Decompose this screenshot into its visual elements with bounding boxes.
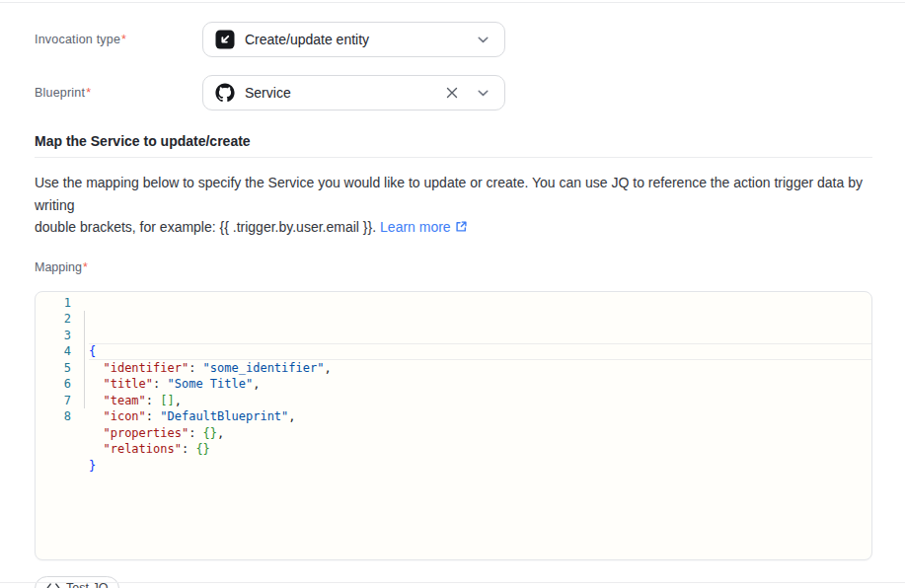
mapping-label-text: Mapping bbox=[35, 260, 82, 274]
line-number: 5 bbox=[36, 360, 71, 377]
line-number: 4 bbox=[36, 343, 71, 360]
code-lines: { "identifier": "some_identifier", "titl… bbox=[89, 343, 871, 474]
code-token-key: "relations" bbox=[103, 442, 181, 456]
code-token-pl: , bbox=[175, 394, 182, 407]
create-update-entity-icon bbox=[215, 30, 235, 49]
code-line[interactable]: "team": [], bbox=[89, 393, 871, 409]
code-token-b1: { bbox=[89, 344, 96, 358]
code-token-key: "properties" bbox=[103, 426, 189, 440]
code-token-pl: : bbox=[189, 361, 202, 375]
invocation-type-label: Invocation type* bbox=[35, 33, 202, 46]
github-icon bbox=[215, 83, 235, 103]
editor-code-area[interactable]: { "identifier": "some_identifier", "titl… bbox=[71, 295, 871, 559]
code-token-b2: {} bbox=[203, 426, 217, 440]
required-asterisk: * bbox=[121, 33, 126, 46]
code-line[interactable]: } bbox=[89, 458, 871, 475]
mapping-code-editor[interactable]: 12345678 { "identifier": "some_identifie… bbox=[35, 291, 872, 560]
code-token-key: "identifier" bbox=[103, 361, 189, 375]
chevron-down-icon[interactable] bbox=[476, 88, 490, 99]
code-line[interactable]: "relations": {} bbox=[89, 441, 871, 458]
section-description: Use the mapping below to specify the Ser… bbox=[35, 172, 872, 239]
editor-gutter: 12345678 bbox=[36, 295, 71, 559]
line-number: 6 bbox=[36, 376, 71, 393]
external-link-icon bbox=[455, 217, 468, 240]
code-line[interactable]: "properties": {}, bbox=[89, 425, 871, 442]
invocation-type-select[interactable]: Create/update entity bbox=[202, 22, 505, 57]
line-number: 7 bbox=[36, 393, 71, 409]
code-token-str: "some_identifier" bbox=[203, 361, 325, 375]
code-token-key: "title" bbox=[103, 377, 153, 391]
mapping-label: Mapping* bbox=[35, 260, 872, 274]
bottom-divider bbox=[0, 582, 905, 583]
blueprint-row: Blueprint* Service bbox=[35, 75, 872, 110]
code-token-pl: : bbox=[189, 426, 202, 440]
top-divider bbox=[0, 2, 905, 3]
invocation-type-value: Create/update entity bbox=[245, 32, 466, 47]
code-token-pl: : bbox=[146, 394, 160, 407]
code-token-pl: : bbox=[182, 442, 195, 456]
code-token-key: "team" bbox=[103, 394, 145, 407]
section-divider bbox=[35, 157, 872, 158]
chevron-down-icon[interactable] bbox=[476, 35, 490, 45]
line-number: 1 bbox=[36, 295, 71, 312]
code-token-pl bbox=[89, 442, 103, 456]
code-token-str: "Some Title" bbox=[167, 377, 253, 391]
code-token-pl bbox=[89, 409, 103, 423]
line-number: 3 bbox=[36, 328, 71, 344]
section-heading: Map the Service to update/create bbox=[35, 133, 872, 149]
form-content: Invocation type* Create/update entity Bl… bbox=[0, 22, 905, 588]
action-form-page: Invocation type* Create/update entity Bl… bbox=[0, 0, 905, 588]
blueprint-label: Blueprint* bbox=[35, 86, 202, 100]
code-token-pl bbox=[89, 426, 103, 440]
code-token-pl: , bbox=[288, 409, 295, 423]
code-token-pl: , bbox=[324, 361, 331, 375]
code-token-pl: , bbox=[253, 377, 260, 391]
clear-x-icon[interactable] bbox=[444, 85, 460, 101]
code-token-pl: : bbox=[153, 377, 167, 391]
code-token-str: "DefaultBlueprint" bbox=[160, 409, 288, 423]
blueprint-value: Service bbox=[245, 85, 434, 101]
invocation-type-label-text: Invocation type bbox=[35, 33, 120, 46]
required-asterisk: * bbox=[83, 260, 88, 274]
code-brackets-icon bbox=[46, 583, 60, 588]
blueprint-select[interactable]: Service bbox=[202, 75, 505, 110]
learn-more-link[interactable]: Learn more bbox=[380, 216, 468, 239]
code-token-pl: , bbox=[217, 426, 224, 440]
code-token-pl: : bbox=[146, 409, 160, 423]
code-token-b2: {} bbox=[195, 442, 209, 456]
indent-guide bbox=[84, 311, 85, 408]
code-token-pl bbox=[89, 361, 103, 375]
code-line[interactable]: "icon": "DefaultBlueprint", bbox=[89, 408, 871, 425]
invocation-type-row: Invocation type* Create/update entity bbox=[35, 22, 872, 57]
code-line[interactable]: "identifier": "some_identifier", bbox=[89, 360, 871, 377]
description-line2: double brackets, for example: {{ .trigge… bbox=[35, 219, 376, 235]
code-line[interactable]: "title": "Some Title", bbox=[89, 376, 871, 393]
line-number: 8 bbox=[36, 408, 71, 425]
description-line1: Use the mapping below to specify the Ser… bbox=[35, 175, 863, 213]
required-asterisk: * bbox=[86, 86, 91, 100]
line-number: 2 bbox=[36, 311, 71, 328]
code-token-b2: [] bbox=[160, 394, 174, 407]
code-token-key: "icon" bbox=[103, 409, 145, 423]
code-line[interactable]: { bbox=[89, 343, 871, 360]
code-token-b1: } bbox=[89, 459, 96, 473]
blueprint-label-text: Blueprint bbox=[35, 86, 85, 100]
code-token-pl bbox=[89, 377, 103, 391]
learn-more-label: Learn more bbox=[380, 216, 451, 239]
code-token-pl bbox=[89, 394, 103, 407]
